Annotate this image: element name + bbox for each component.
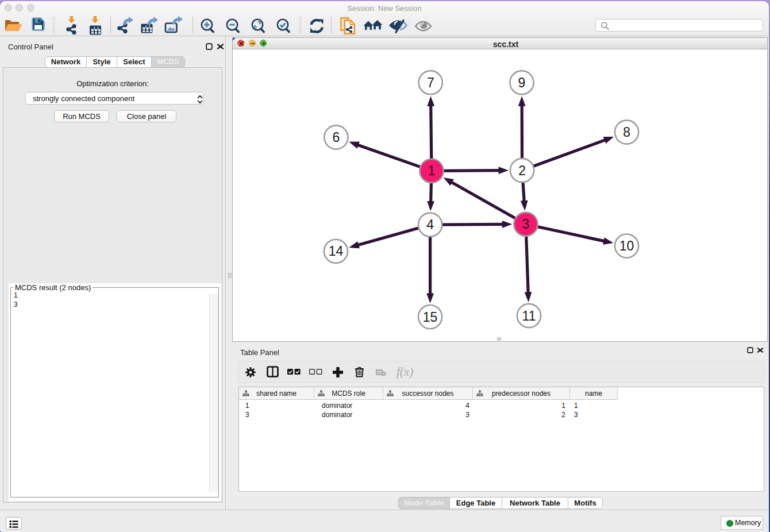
svg-text:14: 14 [329,244,344,259]
svg-text:2: 2 [518,163,526,178]
svg-text:7: 7 [427,75,434,90]
svg-text:3: 3 [522,217,530,232]
svg-text:1: 1 [428,163,436,178]
svg-text:8: 8 [623,125,630,140]
svg-text:15: 15 [423,310,438,325]
svg-text:4: 4 [426,217,434,232]
svg-text:9: 9 [518,75,526,90]
svg-text:11: 11 [522,309,536,323]
svg-text:10: 10 [619,238,634,253]
svg-text:6: 6 [333,130,340,145]
